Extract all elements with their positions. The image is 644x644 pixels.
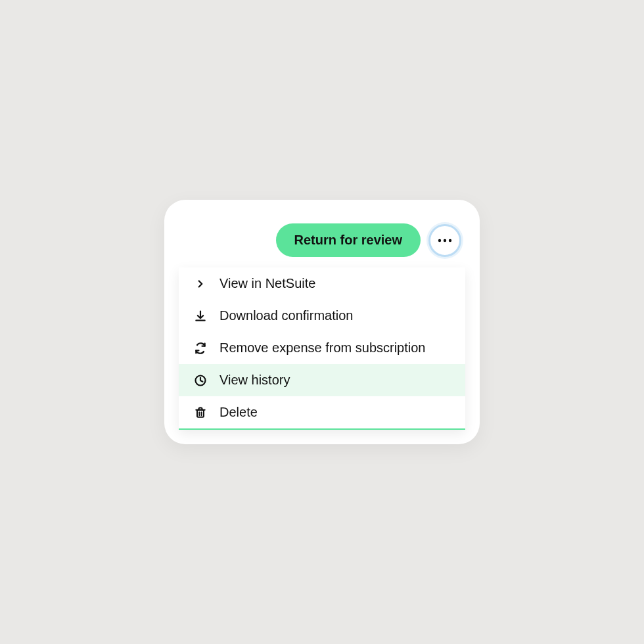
actions-menu: View in NetSuite Download confirmation [179,267,465,430]
menu-item-view-history[interactable]: View history [179,364,465,396]
more-actions-button[interactable] [428,224,461,257]
menu-item-download-confirmation[interactable]: Download confirmation [179,300,465,332]
ellipsis-icon [438,233,452,248]
download-icon [193,309,208,323]
toolbar: Return for review [179,223,465,257]
svg-point-0 [438,239,441,241]
clock-icon [193,373,208,388]
svg-rect-4 [197,409,204,417]
svg-point-2 [449,239,451,241]
menu-item-remove-expense[interactable]: Remove expense from subscription [179,332,465,364]
menu-item-view-in-netsuite[interactable]: View in NetSuite [179,267,465,300]
return-for-review-button[interactable]: Return for review [276,223,421,257]
menu-item-label: Download confirmation [219,308,353,323]
menu-item-delete[interactable]: Delete [179,396,465,428]
menu-item-label: Remove expense from subscription [219,340,425,356]
action-card: Return for review View in NetSuite [164,200,480,444]
chevron-right-icon [193,277,208,291]
menu-item-label: View history [219,373,290,388]
menu-item-label: Delete [219,405,258,420]
trash-icon [193,405,208,420]
svg-point-1 [444,239,446,241]
menu-item-label: View in NetSuite [219,276,315,291]
refresh-icon [193,341,208,356]
